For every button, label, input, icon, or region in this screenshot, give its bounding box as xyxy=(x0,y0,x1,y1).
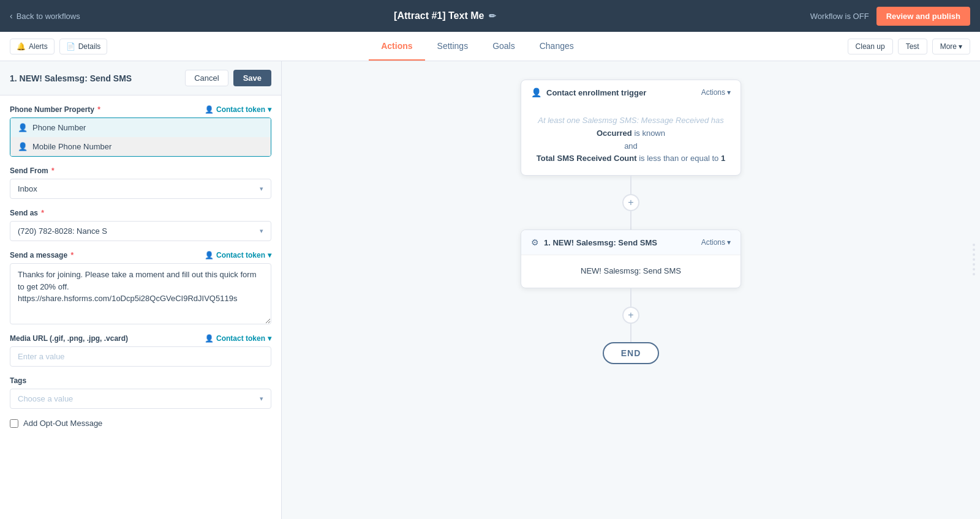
details-button[interactable]: 📄 Details xyxy=(59,39,108,54)
alerts-button[interactable]: 🔔 Alerts xyxy=(10,39,55,54)
contact-token-link-message[interactable]: 👤 Contact token ▾ xyxy=(205,251,271,260)
contact-token-chevron-icon: ▾ xyxy=(268,105,271,114)
action-node-header-left: ⚙ 1. NEW! Salesmsg: Send SMS xyxy=(531,237,657,247)
details-label: Details xyxy=(78,42,101,51)
panel-title: 1. NEW! Salesmsg: Send SMS xyxy=(10,73,132,83)
tab-goals[interactable]: Goals xyxy=(480,32,527,61)
alerts-label: Alerts xyxy=(29,42,48,51)
tab-settings[interactable]: Settings xyxy=(425,32,481,61)
right-dots xyxy=(973,244,975,275)
trigger-node-body: At least one Salesmsg SMS: Message Recei… xyxy=(521,105,741,175)
send-from-group: Send From * Inbox ▾ xyxy=(10,166,271,199)
workflow-title-text: [Attract #1] Text Me xyxy=(394,10,484,21)
tab-actions[interactable]: Actions xyxy=(369,32,424,61)
trigger-node-title: Contact enrollment trigger xyxy=(546,88,646,97)
more-label: More xyxy=(940,42,957,51)
tags-group: Tags Choose a value ▾ xyxy=(10,376,271,409)
phone-number-dropdown-options: 👤 Phone Number 👤 Mobile Phone Number xyxy=(10,118,271,157)
mobile-phone-number-option[interactable]: 👤 Mobile Phone Number xyxy=(10,137,271,156)
tags-placeholder: Choose a value xyxy=(18,394,73,403)
message-token-chevron-icon: ▾ xyxy=(268,251,271,260)
send-as-value: (720) 782-8028: Nance S xyxy=(18,226,107,236)
tags-label-row: Tags xyxy=(10,376,271,385)
top-navigation: ‹ Back to workflows [Attract #1] Text Me… xyxy=(0,0,980,32)
trigger-node-header: 👤 Contact enrollment trigger Actions ▾ xyxy=(521,80,741,105)
mobile-phone-number-option-label: Mobile Phone Number xyxy=(32,142,111,151)
toolbar-right: Clean up Test More ▾ xyxy=(848,39,970,54)
action-node-body: NEW! Salesmsg: Send SMS xyxy=(521,255,741,288)
send-as-chevron-icon: ▾ xyxy=(260,227,263,235)
tags-chevron-icon: ▾ xyxy=(260,395,263,403)
send-message-group: Send a message * 👤 Contact token ▾ xyxy=(10,251,271,324)
add-step-button-1[interactable]: + xyxy=(622,194,639,211)
send-as-group: Send as * (720) 782-8028: Nance S ▾ xyxy=(10,209,271,241)
media-token-chevron-icon: ▾ xyxy=(268,334,271,343)
connector-line-2 xyxy=(630,288,631,307)
send-from-value: Inbox xyxy=(18,184,37,193)
trigger-node-actions-link[interactable]: Actions ▾ xyxy=(701,88,731,97)
send-message-textarea[interactable] xyxy=(10,263,271,324)
send-as-label-row: Send as * xyxy=(10,209,271,217)
connector-1: + xyxy=(622,176,639,230)
end-node: END xyxy=(603,342,660,364)
canvas-content: 👤 Contact enrollment trigger Actions ▾ A… xyxy=(508,80,753,501)
review-and-publish-button[interactable]: Review and publish xyxy=(876,7,970,26)
phone-number-option-label: Phone Number xyxy=(32,123,86,132)
toolbar-left: 🔔 Alerts 📄 Details xyxy=(10,39,107,54)
toolbar: 🔔 Alerts 📄 Details Actions Settings Goal… xyxy=(0,32,980,61)
action-node-actions-link[interactable]: Actions ▾ xyxy=(701,238,731,247)
media-url-label-row: Media URL (.gif, .png, .jpg, .vcard) 👤 C… xyxy=(10,334,271,343)
nav-right: Workflow is OFF Review and publish xyxy=(810,7,970,26)
panel-actions: Cancel Save xyxy=(185,70,271,86)
send-from-label-row: Send From * xyxy=(10,166,271,175)
person-icon-mobile: 👤 xyxy=(18,142,28,151)
phone-number-option[interactable]: 👤 Phone Number xyxy=(10,118,271,137)
required-marker: * xyxy=(96,105,100,114)
main-layout: 1. NEW! Salesmsg: Send SMS Cancel Save P… xyxy=(0,61,980,519)
person-icon-phone: 👤 xyxy=(18,123,28,132)
panel-body: Phone Number Property * 👤 Contact token … xyxy=(0,95,281,438)
action-node-title: 1. NEW! Salesmsg: Send SMS xyxy=(544,238,657,247)
phone-number-property-group: Phone Number Property * 👤 Contact token … xyxy=(10,105,271,157)
opt-out-label: Add Opt-Out Message xyxy=(23,419,102,428)
tags-label: Tags xyxy=(10,376,26,385)
left-panel: 1. NEW! Salesmsg: Send SMS Cancel Save P… xyxy=(0,61,282,519)
media-url-group: Media URL (.gif, .png, .jpg, .vcard) 👤 C… xyxy=(10,334,271,367)
person-icon-message: 👤 xyxy=(205,251,214,260)
action-node-header: ⚙ 1. NEW! Salesmsg: Send SMS Actions ▾ xyxy=(521,230,741,255)
nav-left: ‹ Back to workflows xyxy=(10,11,80,21)
main-tabs: Actions Settings Goals Changes xyxy=(369,32,586,61)
send-as-dropdown[interactable]: (720) 782-8028: Nance S ▾ xyxy=(10,221,271,241)
contact-token-link-phone[interactable]: 👤 Contact token ▾ xyxy=(205,105,271,114)
opt-out-checkbox[interactable] xyxy=(10,419,18,428)
back-link-label: Back to workflows xyxy=(17,12,80,21)
back-to-workflows-link[interactable]: ‹ Back to workflows xyxy=(10,11,80,21)
bell-icon: 🔔 xyxy=(17,42,26,51)
media-url-input[interactable] xyxy=(10,346,271,367)
connector-line-1 xyxy=(630,176,631,194)
person-icon-media: 👤 xyxy=(205,334,214,343)
person-icon: 👤 xyxy=(205,105,214,114)
more-chevron-icon: ▾ xyxy=(959,42,962,51)
connector-2: + xyxy=(622,288,639,342)
save-button[interactable]: Save xyxy=(233,70,271,86)
send-from-dropdown[interactable]: Inbox ▾ xyxy=(10,179,271,199)
add-step-button-2[interactable]: + xyxy=(622,307,639,324)
tags-dropdown[interactable]: Choose a value ▾ xyxy=(10,389,271,409)
phone-number-property-label: Phone Number Property * xyxy=(10,105,100,114)
contact-token-link-media[interactable]: 👤 Contact token ▾ xyxy=(205,334,271,343)
document-icon: 📄 xyxy=(66,42,75,51)
media-url-label: Media URL (.gif, .png, .jpg, .vcard) xyxy=(10,334,128,343)
trigger-actions-chevron-icon: ▾ xyxy=(727,88,731,97)
connector-line-1b xyxy=(630,211,631,230)
more-button[interactable]: More ▾ xyxy=(932,39,970,54)
cancel-button[interactable]: Cancel xyxy=(185,70,228,86)
test-button[interactable]: Test xyxy=(898,39,927,54)
edit-workflow-title-icon[interactable]: ✏ xyxy=(489,11,496,21)
phone-number-property-label-row: Phone Number Property * 👤 Contact token … xyxy=(10,105,271,114)
cleanup-button[interactable]: Clean up xyxy=(848,39,893,54)
send-from-chevron-icon: ▾ xyxy=(260,185,263,193)
workflow-status: Workflow is OFF xyxy=(810,12,869,21)
send-message-label-row: Send a message * 👤 Contact token ▾ xyxy=(10,251,271,260)
tab-changes[interactable]: Changes xyxy=(527,32,586,61)
